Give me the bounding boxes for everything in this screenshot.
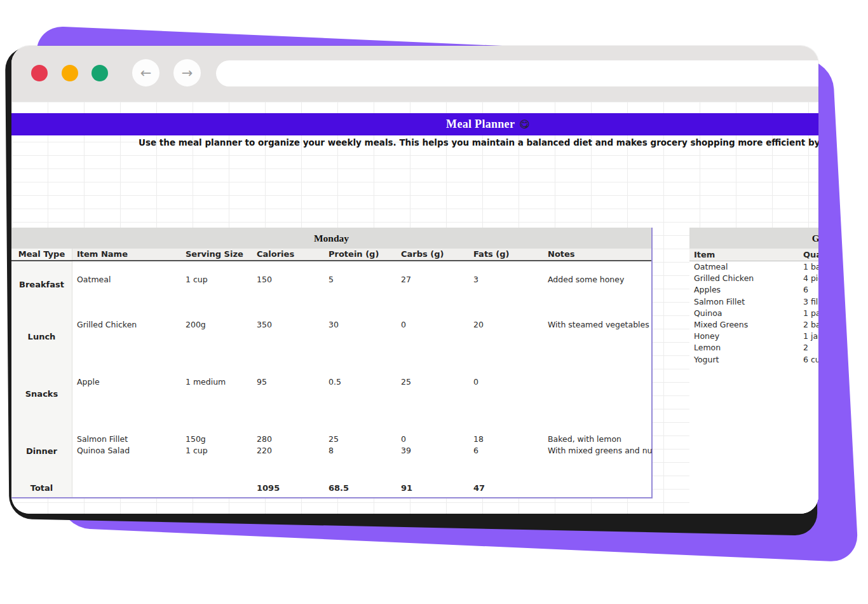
dinner-item-1-carbs[interactable]: 0 <box>401 434 469 445</box>
col-header-protein[interactable]: Protein (g) <box>324 249 397 260</box>
forward-button[interactable]: → <box>173 59 201 86</box>
dinner-item-1-name[interactable]: Salmon Fillet <box>77 434 181 445</box>
grocery-col-quantity[interactable]: Quantity <box>799 249 818 261</box>
snacks-row: Snacks Apple 1 medium 95 0.5 25 0 <box>11 367 651 425</box>
protein-cell[interactable]: 0.5 <box>324 367 397 425</box>
grocery-item-cell[interactable]: Apples <box>689 284 799 296</box>
dinner-item-2-protein[interactable]: 8 <box>329 445 397 456</box>
grocery-item-cell[interactable]: Mixed Greens <box>689 319 799 331</box>
grocery-item-cell[interactable]: Lemon <box>689 342 799 353</box>
item-name-cell[interactable]: Salmon Fillet Quinoa Salad <box>72 425 181 479</box>
dinner-item-2-fats[interactable]: 6 <box>473 445 543 456</box>
zoom-window-button[interactable] <box>92 65 108 81</box>
dinner-item-1-serving[interactable]: 150g <box>186 434 252 445</box>
protein-cell[interactable]: 30 <box>324 310 397 367</box>
protein-cell[interactable]: 5 <box>324 261 397 310</box>
carbs-cell[interactable]: 27 <box>397 261 469 310</box>
total-calories-cell[interactable]: 1095 <box>252 479 324 497</box>
grocery-row: Apples6 <box>689 284 818 296</box>
grocery-item-cell[interactable]: Quinoa <box>689 308 799 319</box>
serving-cell[interactable]: 150g 1 cup <box>181 425 252 479</box>
grocery-qty-cell[interactable]: 2 bags <box>799 319 818 331</box>
dinner-item-2-calories[interactable]: 220 <box>257 445 324 456</box>
item-name-cell[interactable]: Apple <box>72 367 181 425</box>
grocery-qty-cell[interactable]: 1 bag <box>799 261 818 273</box>
fats-cell[interactable]: 20 <box>469 310 543 367</box>
dinner-item-2-notes[interactable]: With mixed greens and nuts <box>548 445 653 456</box>
close-window-button[interactable] <box>31 65 48 81</box>
col-header-serving-size[interactable]: Serving Size <box>181 249 252 260</box>
fats-cell[interactable]: 0 <box>469 367 543 425</box>
col-header-calories[interactable]: Calories <box>252 249 324 260</box>
grocery-qty-cell[interactable]: 1 pack <box>799 308 818 319</box>
grocery-qty-cell[interactable]: 1 jar <box>799 331 818 342</box>
meal-type-cell[interactable]: Snacks <box>11 367 72 425</box>
total-carbs-cell[interactable]: 91 <box>397 479 469 497</box>
carbs-cell[interactable]: 0 <box>397 310 469 367</box>
col-header-meal-type[interactable]: Meal Type <box>11 249 72 260</box>
empty-cell <box>543 479 653 497</box>
grocery-item-cell[interactable]: Honey <box>689 331 799 342</box>
grocery-item-cell[interactable]: Grilled Chicken <box>689 273 799 284</box>
calories-cell[interactable]: 150 <box>252 261 324 310</box>
dinner-item-1-fats[interactable]: 18 <box>473 434 543 445</box>
notes-cell[interactable]: With steamed vegetables <box>543 310 653 367</box>
day-header-monday[interactable]: Monday <box>11 228 651 249</box>
fats-cell[interactable]: 3 <box>469 261 543 310</box>
col-header-notes[interactable]: Notes <box>543 249 653 260</box>
monday-grocery-table: Grocery List Item Quantity Oatmeal1 bag … <box>689 228 818 514</box>
monday-column-header-row: Meal Type Item Name Serving Size Calorie… <box>11 249 651 261</box>
dinner-item-2-carbs[interactable]: 39 <box>401 445 469 456</box>
grocery-row: Salmon Fillet3 fillets <box>689 296 818 308</box>
col-header-item-name[interactable]: Item Name <box>72 249 181 260</box>
serving-cell[interactable]: 1 cup <box>181 261 252 310</box>
grocery-qty-cell[interactable]: 3 fillets <box>799 296 818 308</box>
dinner-item-2-name[interactable]: Quinoa Salad <box>77 445 181 456</box>
calories-cell[interactable]: 350 <box>252 310 324 367</box>
fats-cell[interactable]: 18 6 <box>469 425 543 479</box>
total-fats-cell[interactable]: 47 <box>469 479 543 497</box>
serving-cell[interactable]: 1 medium <box>181 367 252 425</box>
dinner-item-1-protein[interactable]: 25 <box>329 434 397 445</box>
protein-cell[interactable]: 25 8 <box>324 425 397 479</box>
total-protein-cell[interactable]: 68.5 <box>324 479 397 497</box>
grocery-item-cell[interactable]: Salmon Fillet <box>689 296 799 308</box>
item-name-cell[interactable]: Grilled Chicken <box>72 310 181 367</box>
calories-cell[interactable]: 280 220 <box>252 425 324 479</box>
back-button[interactable]: ← <box>132 59 159 86</box>
meal-type-cell[interactable]: Dinner <box>11 425 72 479</box>
grocery-qty-cell[interactable]: 6 <box>799 284 818 296</box>
grocery-title-monday[interactable]: Grocery List <box>689 228 818 249</box>
total-label-cell[interactable]: Total <box>11 479 72 497</box>
dinner-item-2-serving[interactable]: 1 cup <box>186 445 252 456</box>
empty-cell <box>72 479 181 497</box>
notes-cell[interactable] <box>543 367 653 425</box>
planner-description: Use the meal planner to organize your we… <box>139 137 818 151</box>
meal-type-cell[interactable]: Breakfast <box>11 261 72 310</box>
col-header-carbs[interactable]: Carbs (g) <box>397 249 469 260</box>
dinner-item-1-notes[interactable]: Baked, with lemon <box>548 434 653 445</box>
serving-cell[interactable]: 200g <box>181 310 252 367</box>
col-header-fats[interactable]: Fats (g) <box>469 249 543 260</box>
grocery-col-item[interactable]: Item <box>689 249 799 261</box>
meal-type-cell[interactable]: Lunch <box>11 310 72 367</box>
breakfast-row: Breakfast Oatmeal 1 cup 150 5 27 3 Added… <box>11 261 651 310</box>
calories-cell[interactable]: 95 <box>252 367 324 425</box>
minimize-window-button[interactable] <box>62 65 78 81</box>
grocery-row: Grilled Chicken4 pieces <box>689 273 818 284</box>
dinner-item-1-calories[interactable]: 280 <box>257 434 324 445</box>
back-arrow-icon: ← <box>140 65 152 81</box>
notes-cell[interactable]: Baked, with lemon With mixed greens and … <box>543 425 653 479</box>
carbs-cell[interactable]: 25 <box>397 367 469 425</box>
grocery-item-cell[interactable]: Yogurt <box>689 354 799 366</box>
grocery-qty-cell[interactable]: 2 <box>799 342 818 353</box>
carbs-cell[interactable]: 0 39 <box>397 425 469 479</box>
browser-window: ← → Meal Planner 😋 Use the meal planner … <box>11 46 818 514</box>
url-bar[interactable] <box>216 60 818 86</box>
empty-cell <box>181 479 252 497</box>
grocery-item-cell[interactable]: Oatmeal <box>689 261 799 273</box>
item-name-cell[interactable]: Oatmeal <box>72 261 181 310</box>
grocery-qty-cell[interactable]: 4 pieces <box>799 273 818 284</box>
notes-cell[interactable]: Added some honey <box>543 261 653 310</box>
grocery-qty-cell[interactable]: 6 cups <box>799 354 818 366</box>
